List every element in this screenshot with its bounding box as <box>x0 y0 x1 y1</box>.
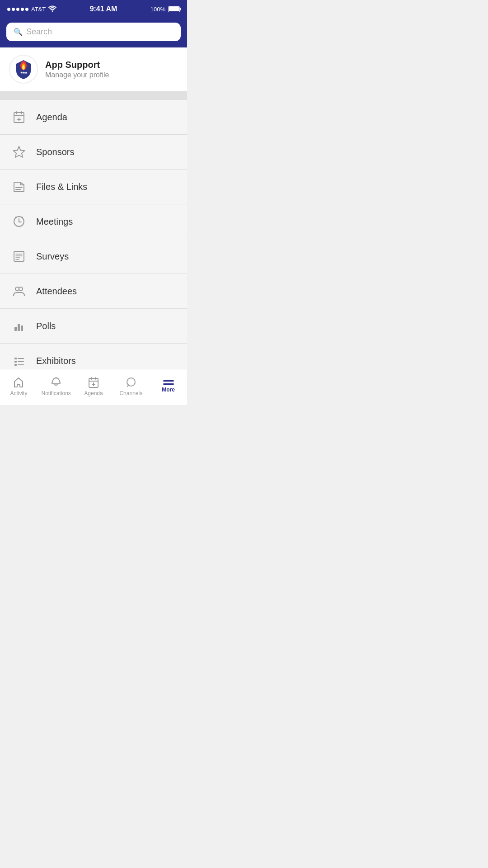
search-icon: 🔍 <box>14 28 23 36</box>
search-input[interactable]: Search <box>26 27 52 37</box>
search-bar[interactable]: 🔍 Search <box>6 23 181 41</box>
menu-list: Agenda Sponsors Files & Links <box>0 100 187 405</box>
svg-rect-23 <box>21 326 23 331</box>
tab-label-agenda: Agenda <box>84 390 103 396</box>
signal-dot-1 <box>7 8 10 11</box>
tab-agenda[interactable]: Agenda <box>75 377 113 398</box>
menu-item-attendees[interactable]: Attendees <box>0 274 187 309</box>
menu-item-surveys[interactable]: Surveys <box>0 239 187 274</box>
more-icon <box>163 380 174 385</box>
tab-activity[interactable]: Activity <box>0 377 38 398</box>
tab-label-channels: Channels <box>119 390 142 396</box>
profile-subtitle: Manage your profile <box>45 71 109 79</box>
profile-section[interactable]: ★★★ App Support Manage your profile <box>0 47 187 91</box>
menu-item-agenda[interactable]: Agenda <box>0 100 187 135</box>
profile-name: App Support <box>45 60 109 70</box>
menu-label-attendees: Attendees <box>36 286 77 297</box>
attendees-icon <box>11 283 27 299</box>
sponsors-icon <box>11 144 27 160</box>
tab-more[interactable]: More <box>150 380 187 395</box>
tab-label-activity: Activity <box>10 390 27 396</box>
profile-info: App Support Manage your profile <box>45 60 109 79</box>
signal-dot-4 <box>21 8 24 11</box>
status-right: 100% <box>150 6 180 13</box>
menu-label-polls: Polls <box>36 321 56 331</box>
tab-label-notifications: Notifications <box>42 390 71 396</box>
time-display: 9:41 AM <box>90 5 117 13</box>
signal-dots <box>7 8 28 11</box>
activity-icon <box>13 377 24 388</box>
menu-label-agenda: Agenda <box>36 112 67 123</box>
svg-point-19 <box>15 287 19 291</box>
status-bar: AT&T 9:41 AM 100% <box>0 0 187 18</box>
surveys-icon <box>11 248 27 264</box>
search-container: 🔍 Search <box>0 18 187 47</box>
menu-label-exhibitors: Exhibitors <box>36 356 76 366</box>
tab-channels[interactable]: Channels <box>112 377 150 398</box>
svg-text:★★★: ★★★ <box>20 71 28 74</box>
channels-icon <box>125 377 137 388</box>
svg-rect-12 <box>15 189 21 190</box>
notifications-icon <box>50 377 62 388</box>
svg-rect-11 <box>15 187 23 188</box>
battery-icon <box>168 6 180 12</box>
svg-rect-26 <box>14 361 17 363</box>
exhibitors-icon <box>11 353 27 369</box>
tab-label-more: More <box>162 387 175 393</box>
meetings-icon <box>11 213 27 230</box>
svg-rect-28 <box>14 364 17 366</box>
wifi-icon <box>48 5 56 13</box>
menu-item-sponsors[interactable]: Sponsors <box>0 135 187 170</box>
menu-label-surveys: Surveys <box>36 251 69 262</box>
menu-label-meetings: Meetings <box>36 217 73 227</box>
svg-rect-24 <box>14 358 17 359</box>
hamburger-icon <box>163 380 174 385</box>
menu-item-meetings[interactable]: Meetings <box>0 204 187 239</box>
avatar: ★★★ <box>9 55 38 84</box>
signal-dot-2 <box>12 8 15 11</box>
section-divider <box>0 91 187 100</box>
svg-rect-22 <box>18 324 20 331</box>
menu-line-2 <box>163 383 174 385</box>
menu-item-polls[interactable]: Polls <box>0 309 187 344</box>
polls-icon <box>11 318 27 334</box>
files-icon <box>11 179 27 195</box>
menu-line-1 <box>163 380 174 382</box>
battery-percent: 100% <box>150 6 165 13</box>
tab-bar: Activity Notifications Agenda <box>0 369 187 405</box>
svg-point-3 <box>23 65 25 70</box>
status-left: AT&T <box>7 5 56 13</box>
carrier-label: AT&T <box>31 6 46 13</box>
agenda-icon <box>11 109 27 125</box>
tab-agenda-icon <box>88 377 99 388</box>
signal-dot-5 <box>25 8 28 11</box>
svg-point-20 <box>19 287 23 291</box>
tab-notifications[interactable]: Notifications <box>38 377 75 398</box>
svg-rect-21 <box>14 327 17 331</box>
signal-dot-3 <box>16 8 19 11</box>
menu-item-files[interactable]: Files & Links <box>0 170 187 204</box>
menu-label-files: Files & Links <box>36 182 87 192</box>
menu-label-sponsors: Sponsors <box>36 147 75 157</box>
